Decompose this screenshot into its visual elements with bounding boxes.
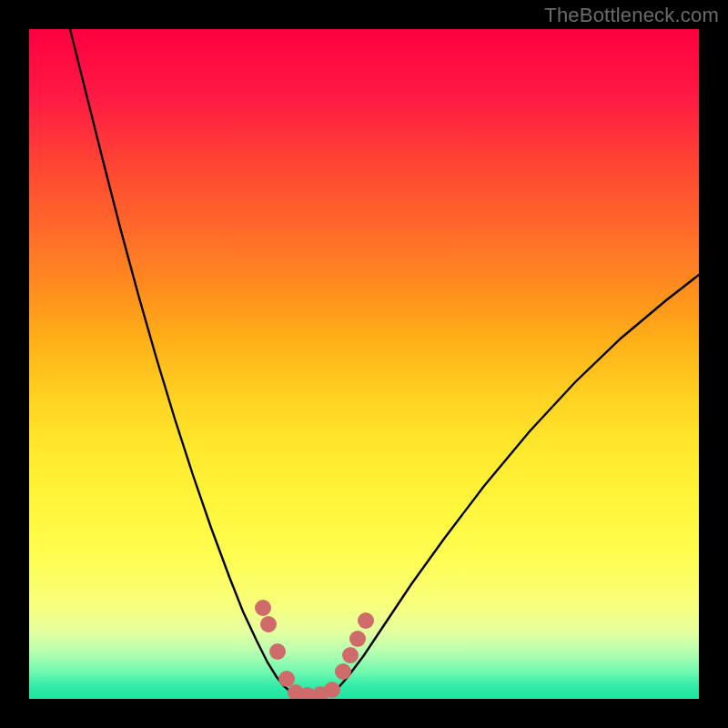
- watermark-text: TheBottleneck.com: [544, 4, 719, 27]
- plot-area: [29, 29, 699, 699]
- chart-frame: TheBottleneck.com: [0, 0, 728, 728]
- gradient-background: [29, 29, 699, 699]
